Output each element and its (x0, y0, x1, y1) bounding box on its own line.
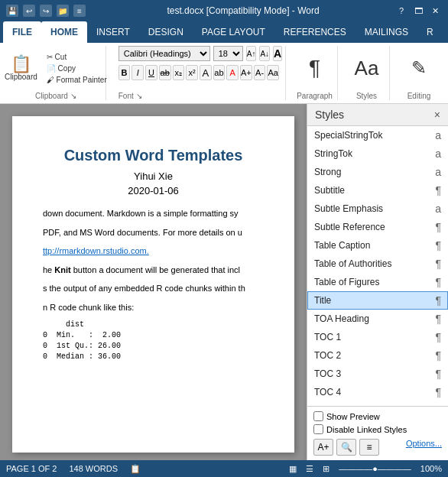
help-button[interactable]: ? (394, 4, 408, 18)
editing-button[interactable]: ✎ (408, 57, 430, 79)
doc-para-link: ttp://rmarkdown.rstudio.com. (43, 245, 264, 258)
new-style-button[interactable]: A+ (313, 439, 333, 456)
show-preview-checkbox[interactable]: Show Preview (313, 411, 442, 421)
italic-button[interactable]: I (131, 65, 144, 80)
document-title: Custom Word Templates (43, 147, 264, 164)
font-name-row: Calibri (Headings) 18 A↑ A↓ A (118, 46, 279, 61)
style-item-name: StringTok (314, 148, 432, 159)
disable-linked-input[interactable] (313, 424, 323, 434)
tab-insert[interactable]: INSERT (87, 21, 139, 43)
zoom-level: 100% (420, 464, 442, 473)
font-label: Font ↘ (118, 90, 142, 100)
word-count: 148 WORDS (69, 464, 118, 473)
style-item-toc-1[interactable]: TOC 1¶ (307, 328, 448, 346)
doc-link[interactable]: ttp://rmarkdown.rstudio.com. (43, 246, 149, 255)
ribbon-tabs: FILE HOME INSERT DESIGN PAGE LAYOUT REFE… (0, 21, 448, 43)
style-item-toa-heading[interactable]: TOA Heading¶ (307, 310, 448, 328)
bold-button[interactable]: B (118, 65, 131, 80)
strikethrough-button[interactable]: ab (159, 65, 171, 80)
view-icon-2[interactable]: ☰ (306, 464, 313, 474)
knit-bold: Knit (54, 265, 70, 274)
show-preview-label: Show Preview (326, 412, 380, 421)
style-item-name: Strong (314, 167, 432, 177)
options-button[interactable]: Options... (406, 439, 442, 456)
editing-label: Editing (407, 90, 431, 100)
disable-linked-checkbox[interactable]: Disable Linked Styles (313, 424, 442, 434)
style-item-table-caption[interactable]: Table Caption¶ (307, 236, 448, 255)
styles-panel-title: Styles (315, 109, 344, 121)
style-item-table-of-authorities[interactable]: Table of Authorities¶ (307, 255, 448, 273)
style-item-name: TOC 4 (314, 387, 432, 398)
font-color-button[interactable]: A (226, 65, 239, 80)
font-size-select[interactable]: 18 (213, 46, 243, 61)
show-preview-input[interactable] (313, 411, 323, 421)
text-effects-button[interactable]: A (200, 65, 212, 80)
clear-format-button[interactable]: A (273, 46, 282, 61)
view-icon-3[interactable]: ⊞ (323, 464, 330, 474)
zoom-slider[interactable]: ————●———— (339, 464, 411, 473)
style-item-toc-2[interactable]: TOC 2¶ (307, 346, 448, 365)
undo-icon[interactable]: ↩ (23, 5, 35, 17)
tab-mailings[interactable]: MAILINGS (355, 21, 417, 43)
style-item-subtle-reference[interactable]: Subtle Reference¶ (307, 218, 448, 236)
font-grow-button[interactable]: A↑ (246, 46, 257, 61)
clipboard-label: Clipboard ↘ (35, 90, 76, 100)
underline-button[interactable]: U (145, 65, 157, 80)
cut-button[interactable]: ✂ Cut (44, 52, 110, 62)
tab-extra[interactable]: R (417, 21, 443, 43)
tab-references[interactable]: REFERENCES (274, 21, 355, 43)
style-item-name: Subtle Emphasis (314, 203, 432, 214)
status-right: ▦ ☰ ⊞ ————●———— 100% (289, 464, 442, 474)
manage-styles-button[interactable]: ≡ (359, 439, 379, 456)
tab-page-layout[interactable]: PAGE LAYOUT (193, 21, 274, 43)
style-item-title[interactable]: Title¶ (307, 291, 448, 310)
font-size-inc-button[interactable]: A+ (240, 65, 252, 80)
view-icon-1[interactable]: ▦ (289, 464, 297, 474)
format-painter-button[interactable]: 🖌 Format Painter (44, 75, 110, 85)
text-highlight-button[interactable]: ab (213, 65, 226, 80)
style-item-indicator: a (435, 166, 441, 178)
subscript-button[interactable]: x₂ (173, 65, 185, 80)
font-size-dec-button[interactable]: A- (254, 65, 266, 80)
font-name-select[interactable]: Calibri (Headings) (118, 46, 210, 61)
style-item-indicator: a (435, 148, 441, 160)
paragraph-label: Paragraph (297, 90, 333, 100)
styles-list: SpecialStringTokaStringTokaStrongaSubtit… (307, 126, 448, 406)
paragraph-button[interactable]: ¶ (306, 56, 323, 80)
paste-button[interactable]: 📋 Clipboard (2, 54, 41, 83)
style-item-toc-3[interactable]: TOC 3¶ (307, 365, 448, 383)
style-item-specialstringtok[interactable]: SpecialStringToka (307, 126, 448, 144)
style-item-indicator: ¶ (435, 331, 441, 343)
copy-button[interactable]: 📄 Copy (44, 63, 110, 73)
style-item-indicator: ¶ (435, 386, 441, 398)
styles-button[interactable]: Aa (352, 57, 382, 80)
window-controls: ? 🗖 ✕ (394, 4, 442, 18)
style-item-indicator: a (435, 203, 441, 215)
change-case-button[interactable]: Aa (267, 65, 279, 80)
file-icon[interactable]: 📁 (57, 5, 69, 17)
tab-file[interactable]: FILE (3, 21, 41, 43)
font-shrink-button[interactable]: A↓ (259, 46, 270, 61)
close-button[interactable]: ✕ (428, 4, 442, 18)
tab-home[interactable]: HOME (41, 21, 87, 43)
menu-icon[interactable]: ≡ (73, 5, 86, 17)
style-item-subtle-emphasis[interactable]: Subtle Emphasisa (307, 200, 448, 218)
document-author: Yihui Xie (43, 170, 264, 182)
styles-panel-close-button[interactable]: × (434, 109, 440, 121)
inspector-button[interactable]: 🔍 (336, 439, 356, 456)
doc-check-icon: 📋 (130, 464, 141, 474)
style-item-strong[interactable]: Stronga (307, 163, 448, 181)
style-item-table-of-figures[interactable]: Table of Figures¶ (307, 273, 448, 291)
paste-label: Clipboard (5, 73, 37, 81)
paragraph-content: ¶ (306, 46, 323, 90)
style-item-stringtok[interactable]: StringToka (307, 144, 448, 163)
superscript-button[interactable]: x² (186, 65, 198, 80)
save-icon[interactable]: 💾 (6, 5, 18, 17)
tab-design[interactable]: DESIGN (139, 21, 193, 43)
style-item-subtitle[interactable]: Subtitle¶ (307, 181, 448, 200)
maximize-button[interactable]: 🗖 (411, 4, 425, 18)
style-item-toc-4[interactable]: TOC 4¶ (307, 383, 448, 401)
editing-content: ✎ (408, 46, 430, 90)
redo-icon[interactable]: ↪ (40, 5, 52, 17)
document-area[interactable]: Custom Word Templates Yihui Xie 2020-01-… (0, 104, 307, 460)
